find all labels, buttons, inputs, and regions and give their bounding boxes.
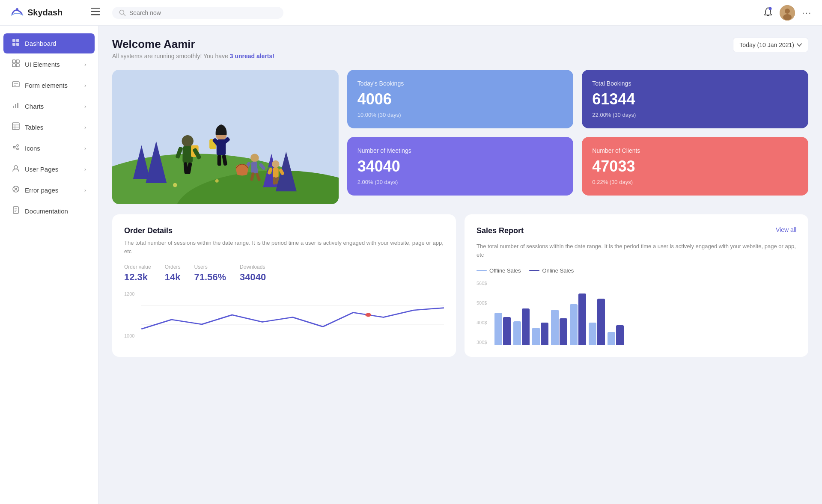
search-bar[interactable] [112,7,283,19]
alert-count[interactable]: 3 unread alerts! [230,53,274,59]
svg-point-9 [783,14,792,20]
offline-legend-line [477,270,487,271]
stat-card-total-bookings: Total Bookings 61344 22.00% (30 days) [582,70,808,128]
sidebar-label-icons: Icons [25,145,79,152]
top-navigation: Skydash [0,0,822,26]
sidebar-arrow-form-elements: › [84,83,86,89]
notification-bell[interactable] [763,7,773,19]
nav-right: ··· [763,5,812,21]
date-label: Today (10 Jan 2021) [739,42,794,48]
svg-line-31 [15,146,17,147]
dashboard-icon [12,39,20,48]
avatar-initials [780,5,795,21]
sidebar-arrow-icons: › [84,145,86,151]
documentation-icon [12,206,20,216]
sales-report-header: Sales Report View all [477,226,796,239]
svg-point-57 [173,183,177,187]
metric-order-value: Order value 12.3k [124,264,151,283]
bar-group-6-online [597,299,605,345]
bar-group-5-online [578,294,586,345]
bar-group-4-online [560,318,567,345]
svg-point-59 [182,135,194,147]
logo: Skydash [10,6,79,20]
welcome-title: Welcome Aamir [112,38,274,51]
sidebar-item-ui-elements[interactable]: UI Elements › [3,54,95,74]
avatar[interactable] [780,5,795,21]
legend-offline: Offline Sales [477,267,521,274]
svg-rect-21 [13,106,14,108]
bars-wrapper [494,281,796,345]
svg-point-0 [16,8,18,11]
sidebar-item-dashboard[interactable]: Dashboard [3,33,95,53]
stat-card-todays-bookings: Today's Bookings 4006 10.00% (30 days) [347,70,574,128]
sidebar-arrow-tables: › [84,125,86,130]
more-options[interactable]: ··· [802,8,812,18]
total-bookings-value: 61344 [592,90,798,108]
app-name: Skydash [27,8,63,18]
chevron-down-icon [797,43,802,47]
sidebar-item-user-pages[interactable]: User Pages › [3,159,95,179]
order-metrics-row: Order value 12.3k Orders 14k Users 71.56… [124,264,444,283]
meetings-value: 34040 [357,157,563,175]
logo-icon [10,6,24,20]
search-input[interactable] [129,9,215,16]
svg-point-73 [250,154,259,162]
welcome-subtitle: All systems are running smoothly! You ha… [112,53,274,59]
user-pages-icon [12,164,20,174]
legend-online: Online Sales [529,267,574,274]
svg-rect-16 [12,64,15,67]
bar-group-1-offline [494,313,502,345]
svg-point-80 [272,160,280,168]
main-content: Welcome Aamir All systems are running sm… [98,26,822,504]
meetings-label: Number of Meetings [357,147,563,154]
total-bookings-label: Total Bookings [592,80,798,87]
hero-card: 31 c Bangalore India [112,70,339,204]
metric-orders: Orders 14k [165,264,181,283]
icons-icon [12,143,20,153]
sidebar-label-ui-elements: UI Elements [25,61,79,68]
svg-line-5 [124,14,125,15]
stat-card-meetings: Number of Meetings 34040 2.00% (30 days) [347,137,574,196]
sidebar-label-charts: Charts [25,103,79,110]
svg-point-28 [13,146,15,148]
bar-group-4-offline [551,310,559,345]
bottom-cards-row: Order Details The total number of sessio… [112,214,808,357]
charts-icon [12,101,20,111]
metric-downloads: Downloads 34040 [240,264,266,283]
main-layout: Dashboard UI Elements › [0,26,822,504]
clients-sub: 0.22% (30 days) [592,179,798,185]
meetings-sub: 2.00% (30 days) [357,179,563,185]
bar-group-2-offline [513,321,521,345]
sidebar-item-charts[interactable]: Charts › [3,96,95,116]
svg-line-32 [15,148,17,148]
sidebar: Dashboard UI Elements › [0,26,98,504]
stats-grid: 31 c Bangalore India [112,70,808,204]
svg-rect-14 [12,60,15,63]
bar-group-3-offline [532,328,540,345]
online-legend-line [529,270,539,271]
svg-point-89 [365,313,371,317]
total-bookings-sub: 22.00% (30 days) [592,112,798,118]
sidebar-item-error-pages[interactable]: Error pages › [3,180,95,200]
order-details-desc: The total number of sessions within the … [124,239,444,255]
svg-rect-17 [16,64,19,67]
sidebar-arrow-charts: › [84,104,86,110]
sidebar-item-documentation[interactable]: Documentation [3,201,95,221]
sidebar-item-icons[interactable]: Icons › [3,138,95,158]
todays-bookings-value: 4006 [357,90,563,108]
svg-rect-24 [12,123,19,130]
svg-point-6 [769,7,772,10]
sidebar-label-form-elements: Form elements [25,82,79,89]
svg-rect-3 [91,14,100,15]
sidebar-arrow-error-pages: › [84,187,86,193]
order-details-title: Order Details [124,226,444,235]
hamburger-menu[interactable] [87,6,104,19]
date-dropdown[interactable]: Today (10 Jan 2021) [733,38,808,52]
view-all-link[interactable]: View all [776,226,796,233]
sidebar-item-form-elements[interactable]: Form elements › [3,75,95,95]
form-elements-icon [12,80,20,90]
svg-point-33 [14,166,18,169]
bar-group-5-offline [570,304,578,345]
tables-icon [12,122,20,132]
sidebar-item-tables[interactable]: Tables › [3,117,95,137]
